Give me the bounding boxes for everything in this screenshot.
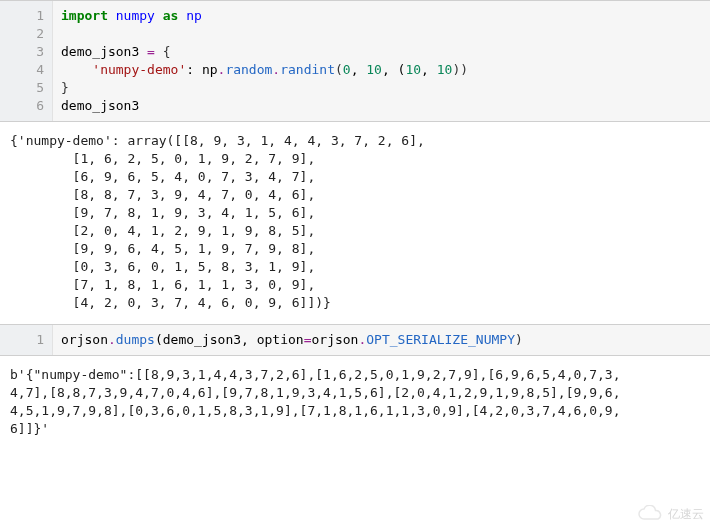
line-number: 1 xyxy=(0,7,44,25)
code-area[interactable]: import numpy as np demo_json3 = { 'numpy… xyxy=(53,1,476,121)
line-number: 6 xyxy=(0,97,44,115)
code-cell-1: 1 2 3 4 5 6 import numpy as np demo_json… xyxy=(0,0,710,122)
line-number: 2 xyxy=(0,25,44,43)
line-number: 5 xyxy=(0,79,44,97)
line-number: 3 xyxy=(0,43,44,61)
line-number-gutter: 1 xyxy=(0,325,53,355)
code-area[interactable]: orjson.dumps(demo_json3, option=orjson.O… xyxy=(53,325,531,355)
code-cell-2: 1 orjson.dumps(demo_json3, option=orjson… xyxy=(0,324,710,356)
line-number: 1 xyxy=(0,331,44,349)
line-number: 4 xyxy=(0,61,44,79)
code-line-2 xyxy=(61,26,69,41)
output-cell-1: {'numpy-demo': array([[8, 9, 3, 1, 4, 4,… xyxy=(0,122,710,324)
code-line-1: import numpy as np xyxy=(61,8,202,23)
code-line-4: 'numpy-demo': np.random.randint(0, 10, (… xyxy=(61,62,468,77)
line-number-gutter: 1 2 3 4 5 6 xyxy=(0,1,53,121)
code-line-5: } xyxy=(61,80,69,95)
code-line-1: orjson.dumps(demo_json3, option=orjson.O… xyxy=(61,332,523,347)
code-line-3: demo_json3 = { xyxy=(61,44,171,59)
output-cell-2: b'{"numpy-demo":[[8,9,3,1,4,4,3,7,2,6],[… xyxy=(0,356,710,450)
code-line-6: demo_json3 xyxy=(61,98,139,113)
